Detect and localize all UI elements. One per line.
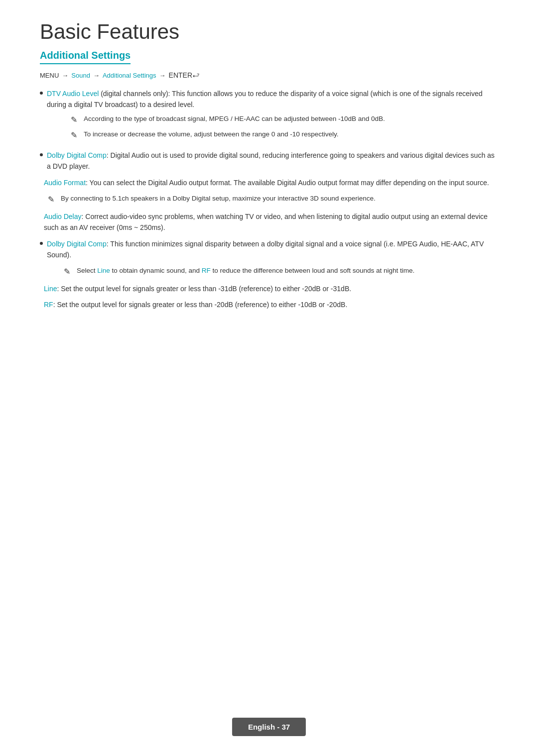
note-icon-1: ✎ [71, 113, 81, 126]
sub1-body: : You can select the Digital Audio outpu… [86, 179, 489, 187]
sub1-note: ✎ By connecting to 5.1ch speakers in a D… [48, 193, 498, 206]
note-icon-4: ✎ [64, 265, 74, 278]
bullet3-note-suffix: to reduce the difference between loud an… [211, 267, 415, 274]
breadcrumb-arrow2: → [93, 72, 100, 79]
content-body: DTV Audio Level (digital channels only):… [40, 88, 498, 311]
bullet1-body: (digital channels only): This function a… [47, 90, 482, 108]
bullet-item-2: Dolby Digital Comp: Digital Audio out is… [40, 150, 498, 172]
rf-link: RF [44, 301, 53, 309]
line-link-note: Line [97, 267, 110, 274]
bullet3-note-text: Select Line to obtain dynamic sound, and… [77, 265, 414, 276]
bullet-text-2: Dolby Digital Comp: Digital Audio out is… [47, 150, 498, 172]
bullet1-note1: ✎ According to the type of broadcast sig… [71, 113, 498, 126]
rf-link-note: RF [202, 267, 211, 274]
line-link: Line [44, 285, 57, 293]
bullet-text-1: DTV Audio Level (digital channels only):… [47, 88, 498, 145]
breadcrumb-sound: Sound [71, 72, 90, 79]
breadcrumb-enter: ENTER⮐ [169, 71, 199, 79]
bullet3-note: ✎ Select Line to obtain dynamic sound, a… [64, 265, 498, 278]
bullet3-body: : This function minimizes signal dispari… [47, 240, 484, 259]
bullet-item-1: DTV Audio Level (digital channels only):… [40, 88, 498, 145]
page-footer: English - 37 [232, 718, 306, 736]
line-description: Line: Set the output level for signals g… [44, 283, 498, 294]
bullet-dot-3 [40, 242, 43, 245]
bullet1-note2-text: To increase or decrease the volume, adju… [84, 129, 339, 140]
rf-description: RF: Set the output level for signals gre… [44, 299, 498, 310]
rf-desc-body: : Set the output level for signals great… [53, 301, 348, 309]
bullet2-body: : Digital Audio out is used to provide d… [47, 151, 495, 170]
page-container: Basic Features Additional Settings MENU … [0, 0, 538, 355]
bullet-text-3: Dolby Digital Comp: This function minimi… [47, 238, 498, 261]
bullet-item-3: Dolby Digital Comp: This function minimi… [40, 238, 498, 261]
bullet-dot-1 [40, 92, 43, 95]
sub-section-audio-format: Audio Format: You can select the Digital… [44, 177, 498, 188]
sub-section-audio-delay: Audio Delay: Correct audio-video sync pr… [44, 211, 498, 233]
bullet3-note-prefix: Select [77, 267, 97, 274]
breadcrumb-additional-settings: Additional Settings [103, 72, 156, 79]
breadcrumb-arrow1: → [62, 72, 68, 79]
bullet1-note1-text: According to the type of broadcast signa… [84, 113, 385, 124]
sub1-note-text: By connecting to 5.1ch speakers in a Dol… [61, 193, 376, 204]
audio-delay-link: Audio Delay [44, 213, 82, 220]
dtv-audio-level-link: DTV Audio Level [47, 90, 99, 98]
dolby-digital-comp-link1: Dolby Digital Comp [47, 151, 107, 159]
sub2-body: : Correct audio-video sync problems, whe… [44, 213, 488, 231]
breadcrumb-menu: MENU [40, 72, 59, 79]
bullet3-note-middle: to obtain dynamic sound, and [110, 267, 202, 274]
bullet-dot-2 [40, 153, 43, 156]
dolby-digital-comp-link2: Dolby Digital Comp [47, 240, 107, 248]
breadcrumb: MENU → Sound → Additional Settings → ENT… [40, 71, 498, 79]
bullet1-note2: ✎ To increase or decrease the volume, ad… [71, 129, 498, 142]
audio-format-link: Audio Format [44, 179, 86, 187]
note-icon-3: ✎ [48, 193, 58, 206]
note-icon-2: ✎ [71, 129, 81, 142]
line-desc-body: : Set the output level for signals great… [57, 285, 351, 293]
section-title: Additional Settings [40, 50, 131, 64]
breadcrumb-arrow3: → [159, 72, 166, 79]
main-title: Basic Features [40, 20, 498, 44]
